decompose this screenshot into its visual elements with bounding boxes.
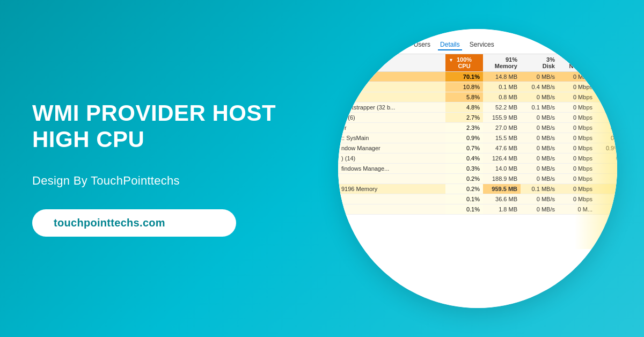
tab-services[interactable]: Services [467, 40, 496, 50]
row-network: 0 Mbps [558, 143, 596, 153]
header-cpu[interactable]: 100% CPU [445, 54, 483, 71]
column-headers: Status 100% CPU 91%Memory 3%Disk 0%Netwo… [338, 54, 617, 72]
row-cpu: 5.8% [445, 92, 483, 102]
row-name [338, 174, 445, 184]
subtitle: Design By TouchPointtechs [32, 174, 279, 188]
row-name: er [338, 123, 445, 133]
row-memory: 14.0 MB [483, 164, 521, 173]
row-disk: 0.1 MB/s [521, 102, 558, 112]
row-network: 0 Mbps [558, 82, 596, 92]
row-memory: 188.9 MB [483, 174, 521, 184]
task-manager-window: Startup Users Details Services Status 10… [338, 29, 617, 308]
row-disk: 0 MB/s [521, 123, 558, 133]
row-network: 0 Mbps [558, 113, 596, 122]
row-extra [596, 194, 617, 204]
row-cpu: 0.3% [445, 164, 483, 173]
row-memory: 126.4 MB [483, 153, 521, 163]
row-disk: 0 MB/s [521, 92, 558, 102]
table-row: findows Manage... 0.3% 14.0 MB 0 MB/s 0 … [338, 164, 617, 174]
row-network: 0 Mbps [558, 153, 596, 163]
row-cpu: 0.1% [445, 194, 483, 204]
screenshot-circle: Startup Users Details Services Status 10… [338, 29, 617, 308]
row-memory: 36.6 MB [483, 194, 521, 204]
row-extra: 0% [596, 133, 617, 143]
row-network: 0 Mbps [558, 72, 596, 82]
row-disk: 0.4 MB/s [521, 82, 558, 92]
tab-users[interactable]: Users [412, 40, 433, 50]
row-extra [596, 164, 617, 173]
row-disk: 0.1 MB/s [521, 184, 558, 194]
header-network: 0%Network [558, 54, 596, 71]
row-extra [596, 174, 617, 184]
table-row: it) (6) 2.7% 155.9 MB 0 MB/s 0 Mbps 0% [338, 113, 617, 123]
row-disk: 0 MB/s [521, 194, 558, 204]
table-row: ndow Manager 0.7% 47.6 MB 0 MB/s 0 Mbps … [338, 143, 617, 153]
row-cpu: 0.2% [445, 184, 483, 194]
row-disk: 0 MB/s [521, 164, 558, 173]
row-memory: 959.5 MB [483, 184, 521, 194]
row-disk: 0 MB/s [521, 153, 558, 163]
row-extra: 0 [596, 153, 617, 163]
row-cpu: 0.7% [445, 143, 483, 153]
row-name: findows Manage... [338, 164, 445, 173]
row-disk: 0 MB/s [521, 133, 558, 143]
row-extra: 0.9% [596, 143, 617, 153]
row-network: 0 Mbps [558, 92, 596, 102]
tab-bar: Startup Users Details Services [338, 40, 617, 54]
row-disk: 0 MB/s [521, 72, 558, 82]
right-panel: Startup Users Details Services Status 10… [311, 29, 644, 308]
row-name: it) (6) [338, 113, 445, 122]
row-cpu: 2.3% [445, 123, 483, 133]
row-name: 9196 Memory [338, 184, 445, 194]
table-row: er 2.3% 27.0 MB 0 MB/s 0 Mbps 0% [338, 123, 617, 133]
row-name [338, 92, 445, 102]
row-extra: 0% [596, 123, 617, 133]
row-cpu: 4.8% [445, 102, 483, 112]
row-extra [596, 92, 617, 102]
website-badge: touchpointtechs.com [32, 209, 236, 237]
row-memory: 0.8 MB [483, 92, 521, 102]
row-network: 0 Mbps [558, 133, 596, 143]
row-memory: 47.6 MB [483, 143, 521, 153]
table-row: 10.8% 0.1 MB 0.4 MB/s 0 Mbps [338, 82, 617, 92]
table-row: 5.8% 0.8 MB 0 MB/s 0 Mbps [338, 92, 617, 102]
header-status: Status [338, 54, 445, 71]
row-disk: 0 MB/s [521, 143, 558, 153]
table-row: 0.2% 188.9 MB 0 MB/s 0 Mbps [338, 174, 617, 184]
row-disk: 0 MB/s [521, 174, 558, 184]
header-memory: 91%Memory [483, 54, 521, 71]
row-network: 0 Mbps [558, 194, 596, 204]
row-network: 0 Mbps [558, 123, 596, 133]
row-cpu: 0.1% [445, 204, 483, 214]
row-memory: 0.1 MB [483, 82, 521, 92]
table-row: 0.1% 36.6 MB 0 MB/s 0 Mbps [338, 194, 617, 204]
table-row: Bootstrapper (32 b... 4.8% 52.2 MB 0.1 M… [338, 102, 617, 113]
row-memory: 14.8 MB [483, 72, 521, 82]
row-network: 0 Mbps [558, 102, 596, 112]
row-name: ndow Manager [338, 143, 445, 153]
row-network: 0 Mbps [558, 184, 596, 194]
row-disk: 0 MB/s [521, 204, 558, 214]
website-url: touchpointtechs.com [54, 217, 165, 229]
row-extra [596, 82, 617, 92]
page-title: WMI PROVIDER HOST HIGH CPU [32, 100, 279, 152]
row-cpu: 0.9% [445, 133, 483, 143]
left-panel: WMI PROVIDER HOST HIGH CPU Design By Tou… [0, 68, 311, 269]
row-extra [596, 72, 617, 82]
tab-startup[interactable]: Startup [381, 40, 406, 50]
row-memory: 52.2 MB [483, 102, 521, 112]
row-name [338, 82, 445, 92]
row-memory: 27.0 MB [483, 123, 521, 133]
tab-details[interactable]: Details [438, 40, 462, 50]
header-disk: 3%Disk [521, 54, 558, 71]
row-name: Bootstrapper (32 b... [338, 102, 445, 112]
row-cpu: 0.4% [445, 153, 483, 163]
row-name [338, 194, 445, 204]
row-network: 0 Mbps [558, 164, 596, 173]
row-network: 0 Mbps [558, 174, 596, 184]
row-memory: 15.5 MB [483, 133, 521, 143]
header-extra [596, 54, 617, 71]
row-memory: 155.9 MB [483, 113, 521, 122]
row-cpu: 10.8% [445, 82, 483, 92]
table-row: ) (14) 0.4% 126.4 MB 0 MB/s 0 Mbps 0 [338, 153, 617, 164]
